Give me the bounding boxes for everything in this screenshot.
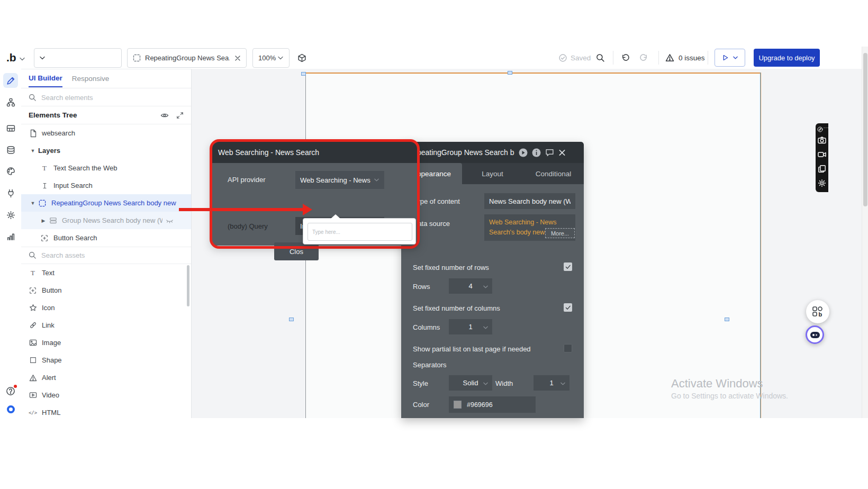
caret-right-icon[interactable]: ▶ [40, 218, 47, 223]
fixed-rows-label: Set fixed number of rows [413, 264, 489, 271]
api-provider-select[interactable]: Web Searching - News ... [295, 171, 384, 189]
asset-button[interactable]: Button [21, 282, 191, 299]
tree-item-text-search-the-web[interactable]: T Text Search the Web [21, 159, 191, 177]
columns-select[interactable]: 1 [449, 319, 492, 334]
bubble-logo[interactable]: b [6, 51, 16, 64]
hidden-eye-icon[interactable] [166, 218, 174, 224]
saved-label: Saved [571, 54, 591, 62]
asset-icon[interactable]: Icon [21, 299, 191, 316]
divider [658, 51, 659, 65]
rail-workflow[interactable] [3, 95, 18, 110]
logo-chevron-icon[interactable] [19, 56, 25, 62]
rg-dialog-titlebar[interactable]: RepeatingGroup News Search b [401, 142, 584, 163]
color-label: Color [413, 401, 429, 409]
undo-icon[interactable] [621, 53, 630, 62]
fixed-cols-checkbox[interactable] [564, 303, 572, 312]
rail-settings[interactable] [3, 207, 18, 222]
gear-icon[interactable] [818, 179, 826, 187]
close-icon[interactable] [558, 148, 566, 157]
api-dialog-titlebar[interactable]: Web Searching - News Search [212, 142, 418, 163]
rail-plugins[interactable] [3, 186, 18, 201]
scrollbar-thumb[interactable] [863, 53, 867, 206]
tree-item-group-news-search[interactable]: ▶ Group News Search body new (W... [21, 212, 191, 229]
rail-status[interactable] [3, 402, 18, 416]
run-icon[interactable] [519, 148, 528, 157]
tree-item-websearch[interactable]: websearch [21, 124, 191, 142]
tab-responsive[interactable]: Responsive [72, 70, 110, 87]
search-icon[interactable] [596, 53, 605, 62]
separator-style-select[interactable]: Solid [449, 375, 492, 391]
zoom-select[interactable]: 100% [252, 48, 290, 68]
selection-handle[interactable] [301, 72, 306, 76]
info-icon[interactable] [532, 148, 541, 157]
color-swatch[interactable] [454, 401, 462, 409]
page-icon [29, 129, 37, 138]
component-cube-icon[interactable] [297, 53, 306, 62]
close-tab-icon[interactable] [234, 55, 241, 61]
selection-handle[interactable] [508, 71, 512, 75]
rail-styles[interactable] [3, 164, 18, 178]
asset-shape[interactable]: Shape [21, 351, 191, 369]
selection-handle[interactable] [289, 318, 294, 321]
comment-icon[interactable] [545, 148, 554, 157]
status-dot-icon [7, 405, 15, 413]
caret-down-icon[interactable]: ▼ [30, 201, 36, 206]
rail-help[interactable] [3, 384, 18, 399]
tree-item-layers[interactable]: ▼ Layers [21, 142, 191, 159]
width-label: Width [495, 379, 513, 387]
hover-outline-right [761, 73, 761, 418]
asset-video[interactable]: Video [21, 386, 191, 404]
zoom-value: 100% [258, 54, 276, 62]
rail-reusables[interactable] [3, 121, 18, 135]
tab-layout[interactable]: Layout [462, 163, 523, 184]
tab-ui-builder[interactable]: UI Builder [29, 70, 62, 87]
tree-item-repeatinggroup[interactable]: ▼ RepeatingGroup News Search body new (W… [21, 194, 191, 212]
api-provider-label: API provider [228, 176, 266, 184]
check-icon [565, 305, 571, 310]
camera-icon[interactable] [818, 136, 826, 144]
upgrade-to-deploy-button[interactable]: Upgrade to deploy [754, 49, 820, 67]
rail-data[interactable] [3, 142, 18, 157]
redo-icon[interactable] [639, 53, 648, 62]
search-elements-input[interactable] [41, 94, 168, 102]
panel-scrollbar[interactable] [187, 265, 189, 306]
more-dots-icon[interactable]: ... [824, 124, 829, 129]
preview-button[interactable] [715, 49, 745, 67]
type-here-input[interactable] [308, 223, 412, 241]
tree-item-input-search[interactable]: Input Search [21, 177, 191, 194]
button-icon [29, 287, 37, 294]
page-select[interactable] [34, 48, 122, 68]
element-tab[interactable]: RepeatingGroup News Sea... [127, 48, 247, 68]
selection-handle[interactable] [725, 318, 729, 321]
copy-windows-icon[interactable] [818, 165, 826, 173]
tab-conditional[interactable]: Conditional [523, 163, 584, 184]
search-assets-input[interactable] [41, 251, 168, 259]
rail-design[interactable] [3, 73, 18, 88]
asset-html[interactable]: </> HTML [21, 404, 191, 421]
expand-icon[interactable] [176, 112, 184, 119]
video-camera-icon[interactable] [818, 150, 826, 159]
more-button[interactable]: More... [545, 228, 575, 238]
fixed-rows-checkbox[interactable] [564, 262, 572, 271]
asset-text[interactable]: T Text [21, 264, 191, 282]
asset-alert[interactable]: Alert [21, 369, 191, 386]
type-of-content-select[interactable]: News Search body new (Web [484, 193, 575, 209]
workflow-icon [6, 98, 15, 107]
browser-scrollbar[interactable] [862, 47, 868, 418]
asset-image[interactable]: Image [21, 334, 191, 351]
tree-item-button-search[interactable]: Button Search [21, 229, 191, 247]
close-button[interactable]: Clos [274, 242, 319, 260]
separator-color-field[interactable]: #969696 [449, 396, 536, 413]
red-arrow-head [303, 204, 312, 215]
caret-down-icon[interactable]: ▼ [30, 148, 36, 153]
assistant-bubble[interactable] [806, 325, 824, 344]
issues-indicator[interactable]: 0 issues [665, 53, 705, 62]
rows-select[interactable]: 4 [449, 278, 492, 294]
asset-link[interactable]: Link [21, 316, 191, 334]
capture-icon[interactable] [817, 126, 824, 133]
separator-width-select[interactable]: 1 [534, 375, 569, 391]
rail-logs[interactable] [3, 229, 18, 244]
eye-icon[interactable] [160, 112, 169, 119]
partial-list-checkbox[interactable] [564, 344, 572, 352]
component-library-bubble[interactable]: b [806, 300, 829, 323]
